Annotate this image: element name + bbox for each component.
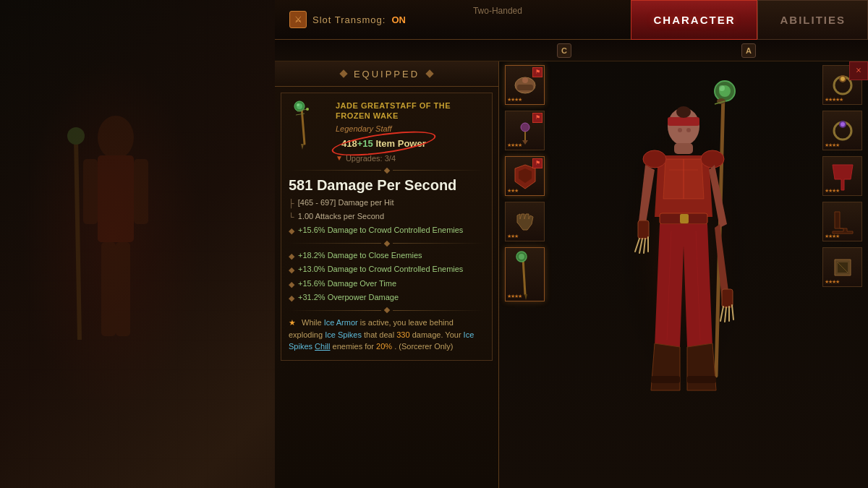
divider-1 xyxy=(289,168,485,173)
svg-rect-4 xyxy=(101,242,116,336)
divider-diamond-3 xyxy=(383,307,389,313)
svg-point-36 xyxy=(678,128,682,132)
svg-point-18 xyxy=(522,77,528,83)
tab-character[interactable]: CHARACTER xyxy=(631,0,757,40)
item-info: JADE GREATSTAFF OF THE FROZEN WAKE Legen… xyxy=(336,100,485,163)
slot-stars: ★★★★ xyxy=(507,97,522,103)
svg-point-19 xyxy=(521,123,529,132)
svg-rect-17 xyxy=(517,85,533,90)
item-power: 418+15 Item Power xyxy=(336,137,432,150)
svg-point-37 xyxy=(686,128,691,132)
svg-point-41 xyxy=(643,150,666,168)
stat4-line: ◆ +15.6% Damage Over Time xyxy=(289,278,485,290)
slot-stars: ★★★ xyxy=(507,234,518,239)
sub-header: C A xyxy=(275,40,868,61)
item-name: JADE GREATSTAFF OF THE FROZEN WAKE xyxy=(336,100,485,121)
slots-left: ⚑ ★★★★ ⚑ ★★★★ ⚑ ★★★ xyxy=(505,65,545,301)
svg-point-64 xyxy=(841,122,845,127)
item-card[interactable]: JADE GREATSTAFF OF THE FROZEN WAKE Legen… xyxy=(281,93,493,361)
main-ui: ⚔ Slot Transmog: ON Two-Handed CHARACTER… xyxy=(275,0,868,488)
tabs-container: CHARACTER ABILITIES xyxy=(631,0,868,40)
slot-gloves[interactable]: ★★★ xyxy=(505,202,545,241)
character-shortcut: C xyxy=(557,43,571,58)
svg-rect-44 xyxy=(722,289,733,307)
slot-amulet[interactable]: ⚑ ★★★★ xyxy=(505,111,545,150)
slot-offhand[interactable]: ★★★★ xyxy=(822,247,862,287)
transmog-section: ⚔ Slot Transmog: ON xyxy=(289,11,406,28)
svg-rect-43 xyxy=(638,221,649,239)
equipped-header: EQUIPPED xyxy=(275,61,498,87)
item-upgrades: ▼ Upgrades: 3/4 xyxy=(336,154,485,163)
svg-point-30 xyxy=(719,85,725,91)
svg-line-8 xyxy=(302,108,305,144)
stat5-line: ◆ +31.2% Overpower Damage xyxy=(289,292,485,304)
slot-stars: ★★★★ xyxy=(825,279,839,285)
item-icon xyxy=(289,100,328,155)
svg-rect-3 xyxy=(134,159,148,224)
transmog-label: Slot Transmog: xyxy=(312,14,386,25)
svg-rect-54 xyxy=(680,214,689,223)
transmog-icon: ⚔ xyxy=(289,11,307,28)
svg-point-13 xyxy=(306,108,309,111)
svg-rect-38 xyxy=(674,143,693,154)
slot-stars: ★★★★ xyxy=(825,188,839,194)
slot-stars: ★★★★★ xyxy=(825,97,843,103)
slot-weapon-main[interactable]: ★★★★ xyxy=(505,247,545,301)
header-diamond-left xyxy=(339,69,347,77)
svg-rect-1 xyxy=(98,155,134,242)
item-header: JADE GREATSTAFF OF THE FROZEN WAKE Legen… xyxy=(289,100,485,163)
svg-point-61 xyxy=(841,77,845,81)
equipped-title: EQUIPPED xyxy=(354,69,420,80)
svg-rect-57 xyxy=(651,376,680,383)
svg-point-24 xyxy=(519,254,524,260)
svg-line-22 xyxy=(523,258,525,294)
equipped-panel: EQUIPPED xyxy=(275,61,499,488)
slot-ring2[interactable]: ★★★★ xyxy=(822,111,862,150)
svg-point-35 xyxy=(676,106,691,118)
svg-rect-58 xyxy=(687,376,716,383)
slot-mark: ⚑ xyxy=(532,67,542,77)
character-model xyxy=(553,69,814,430)
transmog-value[interactable]: ON xyxy=(391,14,406,25)
svg-rect-2 xyxy=(83,159,98,224)
attack-speed-line: └ 1.00 Attacks per Second xyxy=(289,211,485,223)
top-bar: ⚔ Slot Transmog: ON Two-Handed CHARACTER… xyxy=(275,0,868,40)
damage-range-line: ├ [465 - 697] Damage per Hit xyxy=(289,197,485,209)
two-handed-label: Two-Handed xyxy=(473,6,522,16)
main-content: EQUIPPED xyxy=(275,61,868,488)
svg-point-42 xyxy=(701,150,724,168)
item-power-section: 418+15 Item Power xyxy=(336,137,432,150)
slot-helmet[interactable]: ⚑ ★★★★ xyxy=(505,65,545,105)
slot-mark: ⚑ xyxy=(532,158,542,168)
divider-diamond-2 xyxy=(383,241,389,247)
item-type: Legendary Staff xyxy=(336,124,485,133)
close-button[interactable]: × xyxy=(849,61,868,80)
character-panel: × ⚑ ★★★★ ⚑ ★★★★ ⚑ xyxy=(499,61,868,488)
svg-rect-5 xyxy=(116,242,130,336)
stat2-line: ◆ +18.2% Damage to Close Enemies xyxy=(289,250,485,262)
svg-rect-34 xyxy=(668,117,699,126)
svg-marker-15 xyxy=(301,144,304,150)
legendary-text: ★ While Ice Armor is active, you leave b… xyxy=(289,317,485,353)
slot-boots[interactable]: ★★★★ xyxy=(822,202,862,241)
slot-stars: ★★★★ xyxy=(825,142,839,148)
divider-2 xyxy=(289,241,485,246)
slot-stars: ★★★ xyxy=(507,188,518,194)
slot-stars: ★★★★ xyxy=(507,294,522,299)
divider-3 xyxy=(289,308,485,312)
stat3-line: ◆ +13.0% Damage to Crowd Controlled Enem… xyxy=(289,264,485,275)
svg-marker-21 xyxy=(522,140,528,145)
stat1-line: ◆ +15.6% Damage to Crowd Controlled Enem… xyxy=(289,225,485,236)
slot-mark: ⚑ xyxy=(532,113,542,123)
slot-pants[interactable]: ★★★★ xyxy=(822,156,862,196)
bg-character-figure xyxy=(22,58,203,419)
slot-stars: ★★★★ xyxy=(507,142,522,148)
svg-point-0 xyxy=(98,116,134,159)
abilities-shortcut: A xyxy=(741,43,756,58)
damage-main: 581 Damage Per Second xyxy=(289,177,485,194)
slot-armor[interactable]: ⚑ ★★★ xyxy=(505,156,545,196)
svg-point-11 xyxy=(297,103,299,106)
tab-abilities[interactable]: ABILITIES xyxy=(757,0,868,40)
svg-line-6 xyxy=(76,137,80,340)
divider-diamond xyxy=(383,167,389,173)
